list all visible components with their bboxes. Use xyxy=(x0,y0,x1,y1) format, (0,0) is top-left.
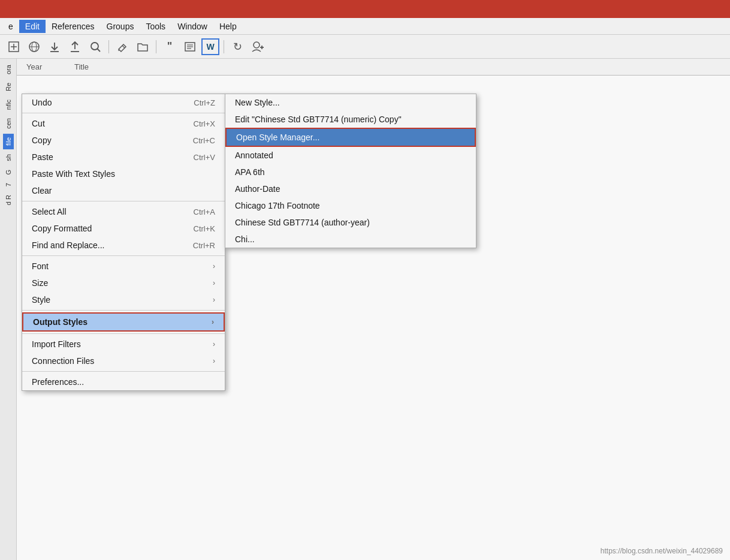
refresh-button[interactable]: ↻ xyxy=(228,38,246,55)
word-button[interactable]: W xyxy=(201,38,219,55)
sep-6 xyxy=(22,371,225,372)
online-search-button[interactable] xyxy=(25,38,43,55)
menu-paste-text[interactable]: Paste With Text Styles xyxy=(22,165,225,182)
menu-copy-formatted[interactable]: Copy Formatted Ctrl+K xyxy=(22,220,225,237)
menu-connection-files[interactable]: Connection Files › xyxy=(22,353,225,369)
menu-select-all[interactable]: Select All Ctrl+A xyxy=(22,203,225,220)
menu-bar: e Edit References Groups Tools Window He… xyxy=(0,18,730,35)
toolbar: " W ↻ xyxy=(0,35,730,59)
svg-point-15 xyxy=(254,42,260,48)
submenu-new-style[interactable]: New Style... xyxy=(225,94,476,111)
sidebar-item-dr[interactable]: d R xyxy=(3,191,14,209)
content-area: ora Re nfic cen file sh G 7 d R Year Tit… xyxy=(0,59,730,560)
sep-5 xyxy=(22,333,225,334)
add-user-button[interactable] xyxy=(249,38,267,55)
sidebar-item-g[interactable]: G xyxy=(3,166,14,179)
sep-4 xyxy=(22,310,225,311)
download-button[interactable] xyxy=(46,38,64,55)
menu-copy[interactable]: Copy Ctrl+C xyxy=(22,132,225,149)
sep-2 xyxy=(22,201,225,201)
watermark: https://blog.csdn.net/weixin_44029689 xyxy=(601,547,723,555)
menu-item-file-partial[interactable]: e xyxy=(2,20,19,33)
col-year: Year xyxy=(22,61,70,73)
output-styles-submenu[interactable]: New Style... Edit "Chinese Std GBT7714 (… xyxy=(225,94,476,248)
sep-1 xyxy=(22,113,225,113)
menu-find-replace[interactable]: Find and Replace... Ctrl+R xyxy=(22,237,225,254)
svg-line-10 xyxy=(122,46,125,48)
submenu-chinese-std-author[interactable]: Chinese Std GBT7714 (author-year) xyxy=(225,214,476,231)
menu-style[interactable]: Style › xyxy=(22,291,225,308)
sep-3 xyxy=(22,255,225,256)
submenu-chinese-more[interactable]: Chi... xyxy=(225,231,476,248)
upload-button[interactable] xyxy=(66,38,84,55)
new-ref-button[interactable] xyxy=(5,38,23,55)
svg-point-8 xyxy=(91,43,98,50)
sidebar-item-file[interactable]: file xyxy=(3,134,14,149)
open-folder-button[interactable] xyxy=(134,38,152,55)
sidebar-item-7[interactable]: 7 xyxy=(3,179,14,190)
toolbar-separator-3 xyxy=(224,40,224,53)
menu-item-groups[interactable]: Groups xyxy=(101,20,140,33)
menu-item-tools[interactable]: Tools xyxy=(140,20,171,33)
sidebar-item-sh[interactable]: sh xyxy=(3,150,14,165)
left-sidebar: ora Re nfic cen file sh G 7 d R xyxy=(0,59,17,560)
sidebar-item-ora[interactable]: ora xyxy=(3,61,14,78)
menu-cut[interactable]: Cut Ctrl+X xyxy=(22,115,225,132)
submenu-open-style-manager[interactable]: Open Style Manager... xyxy=(225,128,476,147)
menu-size[interactable]: Size › xyxy=(22,275,225,291)
menu-item-window[interactable]: Window xyxy=(171,20,213,33)
menu-paste[interactable]: Paste Ctrl+V xyxy=(22,149,225,165)
menu-item-references[interactable]: References xyxy=(46,20,101,33)
col-title: Title xyxy=(70,61,93,73)
submenu-author-date[interactable]: Author-Date xyxy=(225,180,476,197)
menu-preferences[interactable]: Preferences... xyxy=(22,374,225,390)
menu-font[interactable]: Font › xyxy=(22,258,225,275)
edit-ref-button[interactable] xyxy=(113,38,131,55)
menu-output-styles[interactable]: Output Styles › xyxy=(22,312,225,332)
sidebar-item-cen[interactable]: cen xyxy=(3,115,14,133)
sidebar-item-re[interactable]: Re xyxy=(3,79,14,95)
insert-citation-button[interactable]: " xyxy=(161,38,179,55)
bibliography-button[interactable] xyxy=(181,38,199,55)
menu-item-help[interactable]: Help xyxy=(213,20,243,33)
table-header: Year Title xyxy=(17,59,730,76)
edit-menu-dropdown[interactable]: Undo Ctrl+Z Cut Ctrl+X Copy Ctrl+C Paste… xyxy=(22,94,225,391)
sidebar-item-nfic[interactable]: nfic xyxy=(3,96,14,113)
submenu-annotated[interactable]: Annotated xyxy=(225,147,476,164)
menu-item-edit[interactable]: Edit xyxy=(19,20,46,33)
find-full-text-button[interactable] xyxy=(86,38,104,55)
submenu-apa-6th[interactable]: APA 6th xyxy=(225,164,476,180)
submenu-chicago-17th[interactable]: Chicago 17th Footnote xyxy=(225,197,476,214)
menu-clear[interactable]: Clear xyxy=(22,182,225,199)
toolbar-separator-1 xyxy=(108,40,109,53)
menu-undo[interactable]: Undo Ctrl+Z xyxy=(22,94,225,111)
title-bar xyxy=(0,0,730,18)
toolbar-separator-2 xyxy=(156,40,156,53)
svg-line-9 xyxy=(98,49,101,52)
submenu-edit-chinese[interactable]: Edit "Chinese Std GBT7714 (numeric) Copy… xyxy=(225,111,476,128)
menu-import-filters[interactable]: Import Filters › xyxy=(22,336,225,353)
